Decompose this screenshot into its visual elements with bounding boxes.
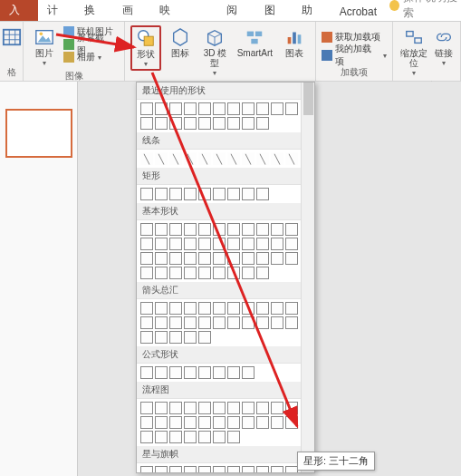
- shape-swatch[interactable]: ╲: [140, 152, 153, 165]
- shape-swatch[interactable]: [184, 238, 197, 250]
- shape-swatch[interactable]: [227, 223, 240, 236]
- shape-swatch[interactable]: [242, 252, 255, 265]
- shape-swatch[interactable]: [227, 267, 240, 279]
- shape-swatch[interactable]: [213, 431, 226, 443]
- shape-swatch[interactable]: [140, 102, 153, 115]
- shape-swatch[interactable]: [242, 366, 255, 379]
- shape-swatch[interactable]: [140, 238, 153, 250]
- tab-transitions[interactable]: 切换: [75, 0, 113, 21]
- shape-swatch[interactable]: [213, 252, 226, 265]
- shape-swatch[interactable]: [140, 188, 153, 200]
- shape-swatch[interactable]: [169, 316, 182, 329]
- shape-swatch[interactable]: [169, 188, 182, 200]
- shape-swatch[interactable]: ╲: [227, 152, 240, 165]
- shape-swatch[interactable]: [285, 102, 298, 115]
- shape-swatch[interactable]: [140, 466, 153, 472]
- shape-swatch[interactable]: [155, 302, 168, 315]
- shape-swatch[interactable]: [169, 267, 182, 279]
- shape-swatch[interactable]: [198, 431, 211, 443]
- shape-swatch[interactable]: [213, 267, 226, 279]
- shape-swatch[interactable]: [140, 431, 153, 443]
- 3dmodels-button[interactable]: 3D 模型 ▾: [199, 25, 230, 79]
- shape-swatch[interactable]: [213, 366, 226, 379]
- shape-swatch[interactable]: [169, 416, 182, 429]
- slide-thumbnail-1[interactable]: [5, 109, 72, 158]
- shape-swatch[interactable]: [227, 102, 240, 115]
- shape-swatch[interactable]: [155, 238, 168, 250]
- tab-animations[interactable]: 动画: [113, 0, 151, 21]
- shape-swatch[interactable]: [227, 238, 240, 250]
- shape-swatch[interactable]: [155, 316, 168, 329]
- shape-swatch[interactable]: [140, 402, 153, 414]
- shape-swatch[interactable]: [271, 238, 283, 250]
- shape-swatch[interactable]: [227, 252, 240, 265]
- shape-swatch[interactable]: [227, 402, 240, 414]
- shape-swatch[interactable]: ╲: [198, 152, 211, 165]
- shape-swatch[interactable]: [213, 117, 226, 130]
- shape-swatch[interactable]: [227, 117, 240, 130]
- shape-swatch[interactable]: [256, 117, 269, 130]
- shape-swatch[interactable]: [184, 188, 197, 200]
- tab-review[interactable]: 审阅: [217, 0, 255, 21]
- shape-swatch[interactable]: [198, 316, 211, 329]
- shape-swatch[interactable]: [155, 267, 168, 279]
- shape-swatch[interactable]: [242, 416, 255, 429]
- shape-swatch[interactable]: [198, 252, 211, 265]
- shape-swatch[interactable]: [256, 252, 269, 265]
- shape-swatch[interactable]: [285, 316, 298, 329]
- shape-swatch[interactable]: [271, 466, 283, 472]
- shape-swatch[interactable]: [256, 238, 269, 250]
- shape-swatch[interactable]: [155, 416, 168, 429]
- shape-swatch[interactable]: [242, 267, 255, 279]
- shape-swatch[interactable]: [227, 431, 240, 443]
- shape-swatch[interactable]: [169, 117, 182, 130]
- shape-swatch[interactable]: [242, 316, 255, 329]
- shape-swatch[interactable]: [184, 316, 197, 329]
- get-addins-button[interactable]: 获取加载项: [322, 31, 387, 44]
- shape-swatch[interactable]: [169, 431, 182, 443]
- shape-swatch[interactable]: ╲: [155, 152, 168, 165]
- shape-swatch[interactable]: [213, 416, 226, 429]
- tab-slideshow[interactable]: 幻灯片放映: [150, 0, 217, 21]
- shape-swatch[interactable]: [227, 188, 240, 200]
- shape-swatch[interactable]: [227, 302, 240, 315]
- shape-swatch[interactable]: [256, 102, 269, 115]
- shape-swatch[interactable]: [242, 102, 255, 115]
- shape-swatch[interactable]: [184, 117, 197, 130]
- shape-swatch[interactable]: [256, 402, 269, 414]
- album-button[interactable]: 相册▾: [63, 51, 120, 63]
- shape-swatch[interactable]: [184, 267, 197, 279]
- shape-swatch[interactable]: [169, 223, 182, 236]
- shape-swatch[interactable]: [140, 302, 153, 315]
- shape-swatch[interactable]: [198, 223, 211, 236]
- shapes-button[interactable]: 形状 ▾: [130, 25, 161, 71]
- screenshot-button[interactable]: 屏幕截图▾: [63, 38, 120, 51]
- shape-swatch[interactable]: [184, 331, 197, 344]
- shape-swatch[interactable]: [140, 252, 153, 265]
- shape-swatch[interactable]: ╲: [213, 152, 226, 165]
- shape-swatch[interactable]: [271, 223, 283, 236]
- shape-swatch[interactable]: [169, 366, 182, 379]
- shape-swatch[interactable]: [169, 331, 182, 344]
- shape-swatch[interactable]: ╲: [285, 152, 298, 165]
- icons-button[interactable]: 图标: [165, 25, 196, 60]
- shape-swatch[interactable]: [285, 466, 298, 472]
- shape-swatch[interactable]: [184, 416, 197, 429]
- shape-swatch[interactable]: [140, 267, 153, 279]
- smartart-button[interactable]: SmartArt: [234, 25, 275, 60]
- shape-swatch[interactable]: [285, 416, 298, 429]
- shape-swatch[interactable]: [155, 223, 168, 236]
- zoom-button[interactable]: 缩放定位 ▾: [399, 25, 429, 79]
- shape-swatch[interactable]: [184, 402, 197, 414]
- shape-swatch[interactable]: [140, 117, 153, 130]
- shape-swatch[interactable]: [198, 366, 211, 379]
- shape-swatch[interactable]: [213, 402, 226, 414]
- shape-swatch[interactable]: [184, 252, 197, 265]
- chart-button[interactable]: 图表: [279, 25, 310, 60]
- shape-swatch[interactable]: [184, 366, 197, 379]
- shape-swatch[interactable]: [213, 223, 226, 236]
- shape-swatch[interactable]: [155, 331, 168, 344]
- shape-swatch[interactable]: [242, 402, 255, 414]
- shape-swatch[interactable]: [285, 238, 298, 250]
- shape-swatch[interactable]: [271, 316, 283, 329]
